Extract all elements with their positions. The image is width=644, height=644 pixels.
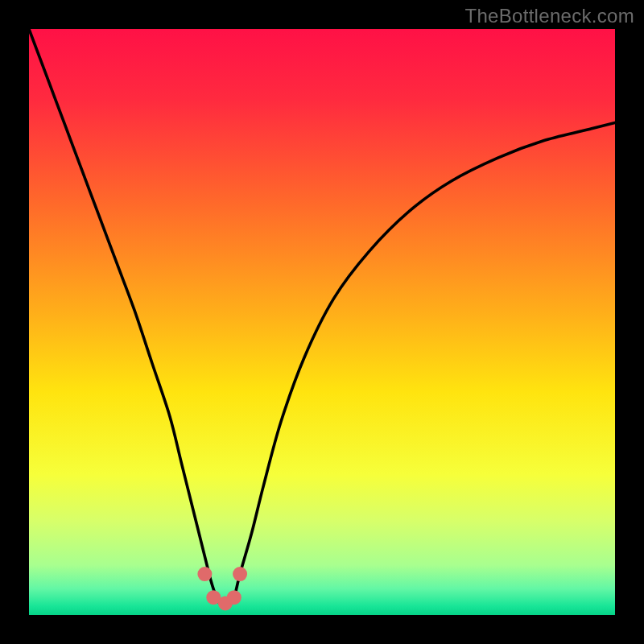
curve-marker xyxy=(233,567,247,581)
chart-frame: TheBottleneck.com xyxy=(0,0,644,644)
plot-area xyxy=(29,29,615,615)
curve-marker xyxy=(197,567,212,581)
curve-marker xyxy=(227,590,242,605)
watermark-text: TheBottleneck.com xyxy=(464,5,634,27)
bottleneck-curve xyxy=(29,29,615,615)
